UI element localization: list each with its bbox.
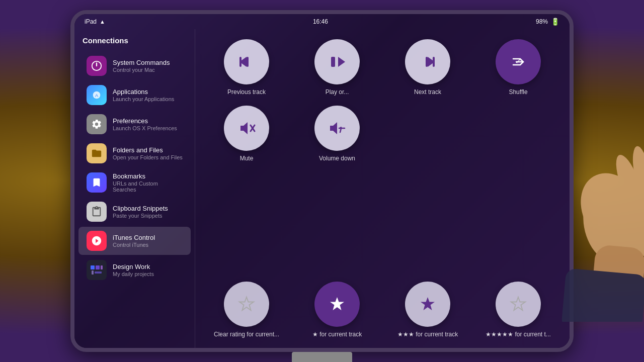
ipad-label: iPad <box>85 18 97 25</box>
system-commands-title: System Commands <box>113 59 170 66</box>
sidebar-item-folders[interactable]: Folders and Files Open your Folders and … <box>78 139 191 167</box>
next-track-button[interactable]: Next track <box>386 39 469 96</box>
status-time: 16:46 <box>313 18 328 25</box>
applications-icon: A <box>87 85 107 105</box>
svg-marker-8 <box>338 57 345 67</box>
applications-subtitle: Launch your Applications <box>113 96 174 102</box>
wifi-icon: ▲ <box>100 19 105 25</box>
design-subtitle: My daily projects <box>113 271 154 277</box>
svg-rect-7 <box>331 57 335 67</box>
volume-down-label: Volume down <box>319 155 355 162</box>
one-star-button[interactable]: ★ for current track <box>296 282 378 338</box>
svg-text:A: A <box>95 93 99 98</box>
five-star-circle <box>496 282 541 327</box>
preferences-title: Preferences <box>113 117 177 125</box>
mute-button[interactable]: Mute <box>205 106 288 162</box>
clipboard-icon <box>87 202 107 222</box>
shuffle-circle: ⤢ <box>496 39 541 84</box>
five-star-button[interactable]: ★★★★★ for current t... <box>477 282 559 338</box>
connections-header: Connections <box>74 34 195 51</box>
ipad-stand <box>292 352 352 362</box>
applications-title: Applications <box>113 88 174 96</box>
bookmarks-title: Bookmarks <box>113 172 183 180</box>
content-area: Vero's iMac Previous track <box>195 29 570 348</box>
svg-rect-11 <box>433 57 435 67</box>
shuffle-button[interactable]: ⤢ Shuffle <box>477 39 559 96</box>
bookmarks-icon <box>87 172 107 193</box>
folders-icon <box>87 143 107 163</box>
svg-marker-16 <box>239 297 254 310</box>
folders-subtitle: Open your Folders and Files <box>113 154 183 160</box>
one-star-label: ★ for current track <box>312 331 362 338</box>
sidebar-item-preferences[interactable]: Preferences Launch OS X Preferences <box>78 110 191 138</box>
play-pause-button[interactable]: Play or... <box>296 39 378 96</box>
one-star-circle <box>314 282 360 327</box>
battery-icon: 🔋 <box>551 18 559 26</box>
svg-marker-19 <box>511 297 525 310</box>
three-star-circle <box>405 282 450 327</box>
sidebar: Connections System Commands Control your… <box>74 29 195 348</box>
sidebar-item-applications[interactable]: A Applications Launch your Applications <box>78 81 191 109</box>
main-content: Connections System Commands Control your… <box>74 29 570 348</box>
next-track-circle <box>405 39 450 84</box>
empty-slot-2 <box>477 106 559 162</box>
ipad-screen: iPad ▲ 16:46 98% 🔋 Connections S <box>74 14 570 348</box>
battery-percent: 98% <box>536 18 548 25</box>
control-buttons-section: Previous track Play or... <box>205 39 559 96</box>
ipad-frame: iPad ▲ 16:46 98% 🔋 Connections S <box>70 10 574 352</box>
previous-track-button[interactable]: Previous track <box>205 39 288 96</box>
status-right: 98% 🔋 <box>536 18 559 26</box>
clear-rating-label: Clear rating for current... <box>214 331 279 338</box>
preferences-icon <box>87 114 107 134</box>
system-commands-icon <box>87 56 107 76</box>
bookmarks-subtitle: URLs and Custom Searches <box>113 180 183 193</box>
itunes-title: iTunes Control <box>113 234 155 241</box>
folders-title: Folders and Files <box>113 146 183 154</box>
itunes-icon <box>87 231 107 251</box>
clipboard-title: Clipboard Snippets <box>113 205 168 212</box>
volume-down-button[interactable]: Volume down <box>296 106 378 162</box>
clipboard-subtitle: Paste your Snippets <box>113 213 168 219</box>
svg-text:⤢: ⤢ <box>515 57 521 65</box>
itunes-subtitle: Control iTunes <box>113 242 155 248</box>
status-bar: iPad ▲ 16:46 98% 🔋 <box>74 14 570 29</box>
empty-slot-1 <box>386 106 469 162</box>
clear-rating-circle <box>224 282 269 327</box>
svg-marker-17 <box>330 297 344 310</box>
status-left: iPad ▲ <box>85 18 105 25</box>
svg-marker-18 <box>421 297 435 310</box>
previous-track-circle <box>224 39 269 84</box>
play-pause-label: Play or... <box>326 88 349 96</box>
sidebar-item-bookmarks[interactable]: Bookmarks URLs and Custom Searches <box>78 168 191 197</box>
svg-rect-10 <box>426 57 428 67</box>
sidebar-item-system-commands[interactable]: System Commands Control your Mac <box>78 52 191 80</box>
volume-buttons-section: Mute Volume down <box>205 106 559 162</box>
sidebar-item-clipboard[interactable]: Clipboard Snippets Paste your Snippets <box>78 198 191 226</box>
sidebar-item-itunes[interactable]: iTunes Control Control iTunes <box>78 227 191 255</box>
mute-label: Mute <box>240 155 254 162</box>
shuffle-label: Shuffle <box>509 88 527 96</box>
control-buttons-grid: Previous track Play or... <box>205 39 559 96</box>
rating-buttons-grid: Clear rating for current... ★ for curren… <box>205 282 559 338</box>
five-star-label: ★★★★★ for current t... <box>486 331 551 338</box>
preferences-subtitle: Launch OS X Preferences <box>113 125 177 131</box>
mute-circle <box>224 106 269 151</box>
design-title: Design Work <box>113 263 154 270</box>
volume-down-circle <box>314 106 360 151</box>
three-star-label: ★★★ for current track <box>397 331 458 338</box>
three-star-button[interactable]: ★★★ for current track <box>386 282 469 338</box>
sidebar-item-design[interactable]: Design Work My daily projects <box>78 256 191 284</box>
design-icon <box>87 260 107 280</box>
previous-track-label: Previous track <box>227 88 266 96</box>
system-commands-subtitle: Control your Mac <box>113 67 170 73</box>
svg-rect-6 <box>239 57 242 67</box>
play-pause-circle <box>314 39 360 84</box>
rating-buttons-section: Clear rating for current... ★ for curren… <box>205 282 559 338</box>
next-track-label: Next track <box>414 88 441 96</box>
volume-buttons-grid: Mute Volume down <box>205 106 559 162</box>
svg-rect-5 <box>247 57 249 67</box>
clear-rating-button[interactable]: Clear rating for current... <box>205 282 288 338</box>
